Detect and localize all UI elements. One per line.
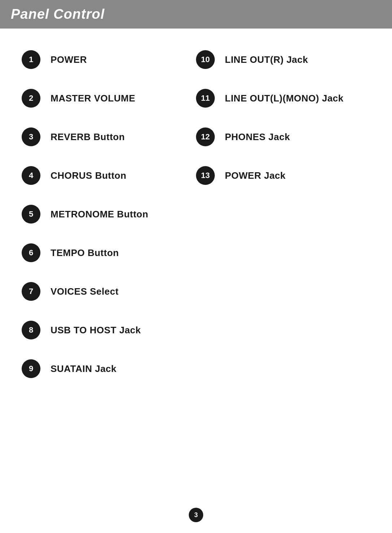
item-badge-10: 10 bbox=[196, 50, 215, 69]
list-item: 4 CHORUS Button bbox=[22, 166, 196, 185]
item-label-11: LINE OUT(L)(MONO) Jack bbox=[225, 93, 344, 104]
list-item: 6 TEMPO Button bbox=[22, 243, 196, 262]
right-column: 10 LINE OUT(R) Jack 11 LINE OUT(L)(MONO)… bbox=[196, 50, 370, 398]
item-badge-2: 2 bbox=[22, 89, 40, 108]
item-badge-13: 13 bbox=[196, 166, 215, 185]
list-item: 2 MASTER VOLUME bbox=[22, 89, 196, 108]
page-title: Panel Control bbox=[11, 6, 105, 22]
left-column: 1 POWER 2 MASTER VOLUME 3 REVERB Button … bbox=[22, 50, 196, 398]
list-item: 10 LINE OUT(R) Jack bbox=[196, 50, 370, 69]
list-item: 5 METRONOME Button bbox=[22, 205, 196, 224]
item-label-4: CHORUS Button bbox=[51, 170, 126, 181]
item-badge-3: 3 bbox=[22, 127, 40, 146]
list-item: 8 USB TO HOST Jack bbox=[22, 321, 196, 339]
main-content: 1 POWER 2 MASTER VOLUME 3 REVERB Button … bbox=[0, 50, 392, 398]
page-header: Panel Control bbox=[0, 0, 392, 29]
item-label-8: USB TO HOST Jack bbox=[51, 325, 141, 336]
item-badge-8: 8 bbox=[22, 321, 40, 339]
list-item: 7 VOICES Select bbox=[22, 282, 196, 301]
page-number: 3 bbox=[189, 508, 203, 522]
item-label-12: PHONES Jack bbox=[225, 131, 290, 143]
list-item: 9 SUATAIN Jack bbox=[22, 359, 196, 378]
item-label-1: POWER bbox=[51, 54, 87, 65]
list-item: 3 REVERB Button bbox=[22, 127, 196, 146]
list-item: 13 POWER Jack bbox=[196, 166, 370, 185]
item-label-2: MASTER VOLUME bbox=[51, 93, 135, 104]
item-badge-9: 9 bbox=[22, 359, 40, 378]
item-label-5: METRONOME Button bbox=[51, 209, 148, 220]
list-item: 12 PHONES Jack bbox=[196, 127, 370, 146]
item-badge-4: 4 bbox=[22, 166, 40, 185]
item-badge-12: 12 bbox=[196, 127, 215, 146]
item-badge-1: 1 bbox=[22, 50, 40, 69]
item-label-9: SUATAIN Jack bbox=[51, 363, 117, 374]
item-badge-7: 7 bbox=[22, 282, 40, 301]
item-label-7: VOICES Select bbox=[51, 286, 119, 297]
item-label-3: REVERB Button bbox=[51, 131, 125, 143]
item-label-10: LINE OUT(R) Jack bbox=[225, 54, 308, 65]
list-item: 11 LINE OUT(L)(MONO) Jack bbox=[196, 89, 370, 108]
item-label-13: POWER Jack bbox=[225, 170, 286, 181]
item-label-6: TEMPO Button bbox=[51, 247, 119, 259]
list-item: 1 POWER bbox=[22, 50, 196, 69]
item-badge-6: 6 bbox=[22, 243, 40, 262]
item-badge-11: 11 bbox=[196, 89, 215, 108]
item-badge-5: 5 bbox=[22, 205, 40, 224]
